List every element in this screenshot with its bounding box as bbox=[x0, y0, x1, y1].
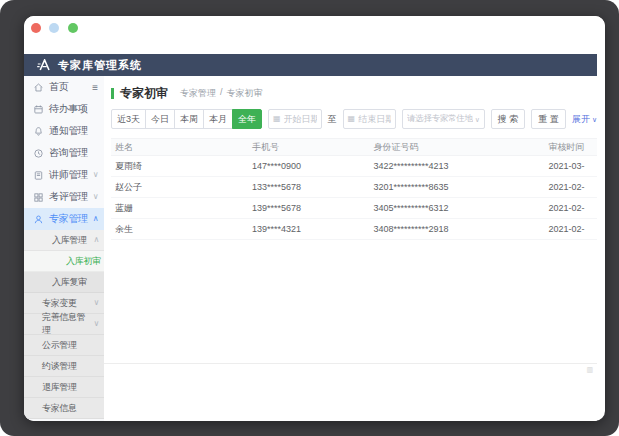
app-logo-icon bbox=[37, 59, 52, 71]
table-row[interactable]: 余生 139****4321 3408**********2918 2021-0… bbox=[111, 219, 597, 240]
column-header-audit-time: 审核时间 bbox=[548, 141, 597, 154]
sidebar-item-publicity-mgmt[interactable]: 公示管理 bbox=[24, 335, 104, 356]
expand-label: 展开 bbox=[572, 113, 590, 126]
cell-name: 夏雨绮 bbox=[111, 160, 252, 173]
reset-button[interactable]: 重 置 bbox=[531, 109, 566, 129]
sidebar-item-consulting[interactable]: 咨询管理 bbox=[24, 142, 104, 164]
quick-range-last3days[interactable]: 近3天 bbox=[111, 109, 146, 129]
sidebar-item-label: 专家信息 bbox=[42, 402, 77, 415]
app-title: 专家库管理系统 bbox=[58, 58, 142, 73]
sidebar-item-home[interactable]: 首页 ≡ bbox=[24, 76, 104, 98]
sidebar-item-label: 考评管理 bbox=[49, 190, 88, 204]
chevron-down-icon: ∨ bbox=[93, 320, 99, 328]
quick-range-whole-year[interactable]: 全年 bbox=[232, 109, 262, 129]
sidebar-item-label: 约谈管理 bbox=[42, 360, 77, 373]
sidebar-item-label: 退库管理 bbox=[42, 381, 77, 394]
calendar-icon: ▦ bbox=[273, 115, 281, 123]
sidebar-item-label: 入库管理 bbox=[52, 234, 87, 247]
device-frame: 专家库管理系统 首页 ≡ 待办事项 通知管理 bbox=[0, 0, 619, 436]
table-row[interactable]: 蓝姗 139****5678 3405**********6312 2021-0… bbox=[111, 198, 597, 219]
sidebar-item-label: 咨询管理 bbox=[49, 146, 88, 160]
cell-id-number: 3405**********6312 bbox=[373, 203, 548, 213]
close-window-button[interactable] bbox=[31, 23, 41, 33]
cell-name: 赵公子 bbox=[111, 181, 252, 194]
sidebar-item-lecturers[interactable]: 讲师管理 ∨ bbox=[24, 164, 104, 186]
chevron-down-icon: ∨ bbox=[93, 299, 99, 307]
end-date-field[interactable] bbox=[358, 114, 391, 124]
quick-range-group: 近3天 今日 本周 本月 全年 bbox=[111, 109, 262, 129]
cell-phone: 147****0900 bbox=[252, 161, 374, 171]
chevron-down-icon: ∨ bbox=[93, 171, 99, 179]
cell-name: 蓝姗 bbox=[111, 202, 252, 215]
bell-icon bbox=[33, 126, 44, 137]
sidebar-item-label: 通知管理 bbox=[49, 124, 88, 138]
collapse-sidebar-icon[interactable]: ≡ bbox=[92, 82, 98, 93]
date-range-separator: 至 bbox=[328, 113, 337, 126]
sidebar-item-info-mgmt[interactable]: 完善信息管理 ∨ bbox=[24, 314, 104, 335]
sidebar-item-assessment[interactable]: 考评管理 ∨ bbox=[24, 186, 104, 208]
sidebar-item-label: 入库初审 bbox=[66, 255, 101, 268]
sidebar-item-label: 首页 bbox=[49, 80, 68, 94]
sidebar-item-first-review[interactable]: 入库初审 bbox=[24, 251, 104, 272]
sidebar-item-warehouse-mgmt[interactable]: 入库管理 ∧ bbox=[24, 230, 104, 251]
chevron-down-icon: ∨ bbox=[475, 116, 480, 123]
quick-range-today[interactable]: 今日 bbox=[145, 109, 175, 129]
expand-filters-link[interactable]: 展开 ∨ bbox=[572, 113, 597, 126]
app-header: 专家库管理系统 bbox=[24, 54, 597, 76]
cell-audit-time: 2021-02- bbox=[548, 182, 597, 192]
zoom-window-button[interactable] bbox=[68, 23, 78, 33]
end-date-input[interactable]: ▦ bbox=[343, 109, 397, 129]
home-icon bbox=[33, 82, 44, 93]
breadcrumb-parent[interactable]: 专家管理 bbox=[180, 87, 216, 100]
cell-audit-time: 2021-02- bbox=[548, 203, 597, 213]
cell-name: 余生 bbox=[111, 223, 252, 236]
title-accent-bar bbox=[111, 88, 114, 99]
user-icon bbox=[33, 214, 44, 225]
table-row[interactable]: 赵公子 133****5678 3201**********8635 2021-… bbox=[111, 177, 597, 198]
table-row[interactable]: 夏雨绮 147****0900 3422**********4213 2021-… bbox=[111, 156, 597, 177]
sidebar-item-expert-info[interactable]: 专家信息 bbox=[24, 398, 104, 419]
sidebar-item-withdraw-mgmt[interactable]: 退库管理 bbox=[24, 377, 104, 398]
start-date-field[interactable] bbox=[284, 114, 317, 124]
cell-phone: 139****4321 bbox=[252, 224, 374, 234]
chevron-up-icon: ∧ bbox=[93, 215, 99, 223]
experts-table: 姓名 手机号 身份证号码 审核时间 夏雨绮 147****0900 3422**… bbox=[111, 138, 597, 240]
sidebar-item-label: 专家管理 bbox=[49, 212, 88, 226]
breadcrumb-current: 专家初审 bbox=[227, 87, 263, 100]
cell-id-number: 3408**********2918 bbox=[373, 224, 548, 234]
minimize-window-button[interactable] bbox=[49, 23, 59, 33]
chevron-up-icon: ∧ bbox=[93, 236, 99, 244]
sidebar-item-interview-mgmt[interactable]: 约谈管理 bbox=[24, 356, 104, 377]
residence-select[interactable]: 请选择专家常住地 ∨ bbox=[402, 109, 485, 129]
breadcrumb: 专家初审 专家管理 / 专家初审 bbox=[111, 84, 597, 102]
app-window: 专家库管理系统 首页 ≡ 待办事项 通知管理 bbox=[24, 16, 605, 421]
sidebar-item-label: 讲师管理 bbox=[49, 168, 88, 182]
sidebar-item-label: 完善信息管理 bbox=[42, 311, 93, 337]
calendar-icon bbox=[33, 104, 44, 115]
search-button[interactable]: 搜 索 bbox=[491, 109, 526, 129]
column-header-id-number: 身份证号码 bbox=[373, 141, 548, 154]
watermark-icon: ▥ bbox=[586, 366, 593, 374]
breadcrumb-separator: / bbox=[220, 87, 223, 100]
chevron-down-icon: ∨ bbox=[93, 193, 99, 201]
cell-audit-time: 2021-03- bbox=[548, 161, 597, 171]
sidebar-item-label: 公示管理 bbox=[42, 339, 77, 352]
start-date-input[interactable]: ▦ bbox=[268, 109, 322, 129]
sidebar: 首页 ≡ 待办事项 通知管理 咨询管理 讲师管理 bbox=[24, 76, 104, 421]
card-bottom-divider bbox=[104, 363, 597, 364]
main-content: 专家初审 专家管理 / 专家初审 近3天 今日 本周 本月 全年 bbox=[104, 76, 597, 421]
sidebar-item-todo[interactable]: 待办事项 bbox=[24, 98, 104, 120]
column-header-phone: 手机号 bbox=[252, 141, 374, 154]
cell-id-number: 3422**********4213 bbox=[373, 161, 548, 171]
cell-audit-time: 2021-02- bbox=[548, 224, 597, 234]
sidebar-item-second-review[interactable]: 入库复审 bbox=[24, 272, 104, 293]
sidebar-item-label: 待办事项 bbox=[49, 102, 88, 116]
sidebar-item-notifications[interactable]: 通知管理 bbox=[24, 120, 104, 142]
window-titlebar bbox=[24, 16, 605, 54]
quick-range-this-month[interactable]: 本月 bbox=[203, 109, 233, 129]
chevron-down-icon: ∨ bbox=[592, 116, 597, 123]
clock-icon bbox=[33, 148, 44, 159]
sidebar-item-experts[interactable]: 专家管理 ∧ bbox=[24, 208, 104, 230]
quick-range-this-week[interactable]: 本周 bbox=[174, 109, 204, 129]
calendar-icon: ▦ bbox=[348, 115, 356, 123]
